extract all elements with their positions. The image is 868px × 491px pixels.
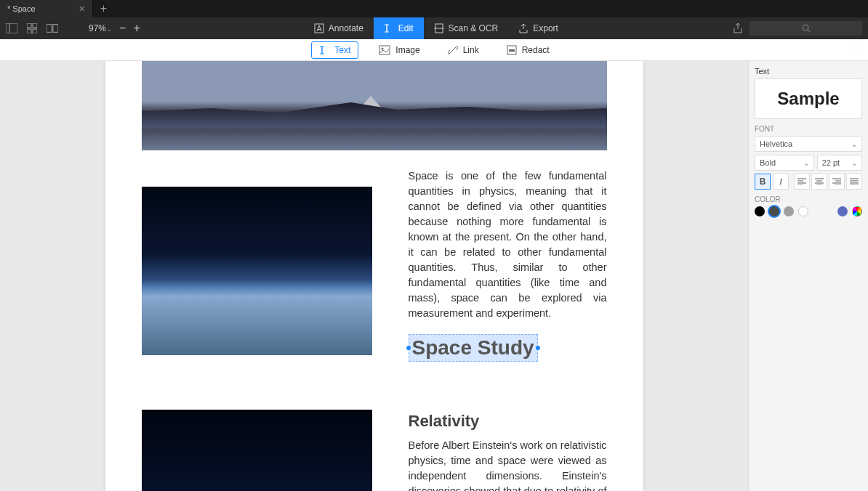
- text-tool-label: Text: [334, 45, 350, 55]
- color-swatch-darkgray[interactable]: [769, 206, 779, 216]
- font-size-value: 22 pt: [822, 158, 840, 167]
- zoom-in-button[interactable]: +: [133, 22, 140, 35]
- link-tool-label: Link: [463, 45, 479, 55]
- svg-rect-3: [33, 23, 37, 28]
- spread-icon[interactable]: [47, 23, 58, 34]
- edit-button[interactable]: Edit: [374, 17, 424, 39]
- font-size-select[interactable]: 22 pt: [817, 155, 862, 171]
- doc-image-mountain[interactable]: [142, 61, 607, 150]
- edit-label: Edit: [398, 23, 414, 33]
- align-right-icon: [832, 178, 841, 185]
- color-section-label: COLOR: [755, 195, 862, 203]
- selected-text-heading[interactable]: Space Study: [409, 334, 538, 362]
- link-tool-button[interactable]: Link: [441, 42, 486, 58]
- align-left-icon: [797, 178, 806, 185]
- image-tool-button[interactable]: Image: [371, 42, 427, 58]
- text-tool-button[interactable]: Text: [311, 41, 358, 59]
- document-page: Space is one of the few fundamental quan…: [105, 61, 643, 491]
- svg-rect-2: [27, 23, 31, 28]
- color-picker-button[interactable]: [852, 206, 862, 216]
- svg-rect-7: [53, 25, 58, 33]
- color-swatch-gray[interactable]: [784, 206, 794, 216]
- align-right-button[interactable]: [829, 174, 845, 190]
- svg-point-21: [382, 47, 384, 49]
- font-family-value: Helvetica: [760, 139, 792, 148]
- font-family-select[interactable]: Helvetica: [755, 136, 862, 152]
- zoom-out-button[interactable]: −: [119, 22, 126, 35]
- tab-title: * Space: [7, 4, 36, 13]
- doc-paragraph-1[interactable]: Space is one of the few fundamental quan…: [409, 169, 607, 321]
- panel-title: Text: [755, 67, 862, 76]
- close-icon[interactable]: ×: [79, 3, 85, 15]
- document-viewport[interactable]: Space is one of the few fundamental quan…: [0, 61, 748, 491]
- tabs-bar: * Space × +: [0, 0, 868, 17]
- color-swatch-accent[interactable]: [837, 206, 848, 216]
- svg-rect-6: [47, 25, 52, 33]
- edit-subtoolbar: Text Image Link Redact ⋮⋮: [0, 39, 868, 61]
- font-weight-select[interactable]: Bold: [755, 155, 814, 171]
- svg-text:A: A: [316, 25, 321, 33]
- scan-ocr-button[interactable]: Scan & OCR: [424, 17, 509, 39]
- redact-tool-label: Redact: [522, 45, 550, 55]
- svg-rect-4: [27, 29, 31, 33]
- toolbar-grip-icon[interactable]: ⋮⋮: [846, 45, 862, 54]
- align-justify-icon: [850, 178, 859, 185]
- italic-label: I: [779, 176, 782, 187]
- align-center-icon: [815, 178, 824, 185]
- search-input[interactable]: [750, 21, 862, 36]
- bold-button[interactable]: B: [755, 174, 771, 190]
- image-tool-label: Image: [395, 45, 419, 55]
- doc-heading-relativity[interactable]: Relativity: [409, 412, 607, 431]
- thumbnails-icon[interactable]: [26, 23, 38, 34]
- font-section-label: FONT: [755, 125, 862, 133]
- svg-rect-23: [509, 49, 515, 52]
- redact-tool-button[interactable]: Redact: [499, 42, 557, 58]
- search-icon: [802, 24, 811, 33]
- sample-preview: Sample: [755, 78, 862, 119]
- svg-rect-5: [33, 29, 37, 33]
- svg-rect-0: [6, 23, 17, 33]
- align-justify-button[interactable]: [846, 174, 862, 190]
- export-label: Export: [533, 23, 558, 33]
- align-center-button[interactable]: [811, 174, 827, 190]
- color-swatch-white[interactable]: [798, 206, 808, 216]
- doc-image-earth-night[interactable]: [142, 410, 372, 491]
- bold-label: B: [760, 176, 766, 187]
- sidebar-icon[interactable]: [6, 23, 17, 34]
- annotate-label: Annotate: [329, 23, 363, 33]
- color-swatch-black[interactable]: [755, 206, 765, 216]
- main-toolbar: 97% − + A Annotate Edit Scan & OCR Expor…: [0, 17, 868, 39]
- scan-ocr-label: Scan & OCR: [449, 23, 499, 33]
- export-button[interactable]: Export: [508, 17, 568, 39]
- font-weight-value: Bold: [760, 158, 776, 167]
- new-tab-button[interactable]: +: [93, 2, 114, 15]
- zoom-level[interactable]: 97%: [89, 23, 112, 33]
- annotate-button[interactable]: A Annotate: [304, 17, 374, 39]
- doc-image-earth-horizon[interactable]: [142, 187, 372, 355]
- document-tab[interactable]: * Space ×: [0, 0, 93, 17]
- svg-line-16: [808, 30, 810, 32]
- italic-button[interactable]: I: [773, 174, 789, 190]
- share-icon[interactable]: [732, 23, 744, 34]
- text-properties-panel: Text Sample FONT Helvetica Bold 22 pt B …: [748, 61, 868, 491]
- doc-paragraph-2[interactable]: Before Albert Einstein's work on relativ…: [409, 438, 607, 491]
- svg-point-15: [803, 25, 808, 31]
- align-left-button[interactable]: [794, 174, 810, 190]
